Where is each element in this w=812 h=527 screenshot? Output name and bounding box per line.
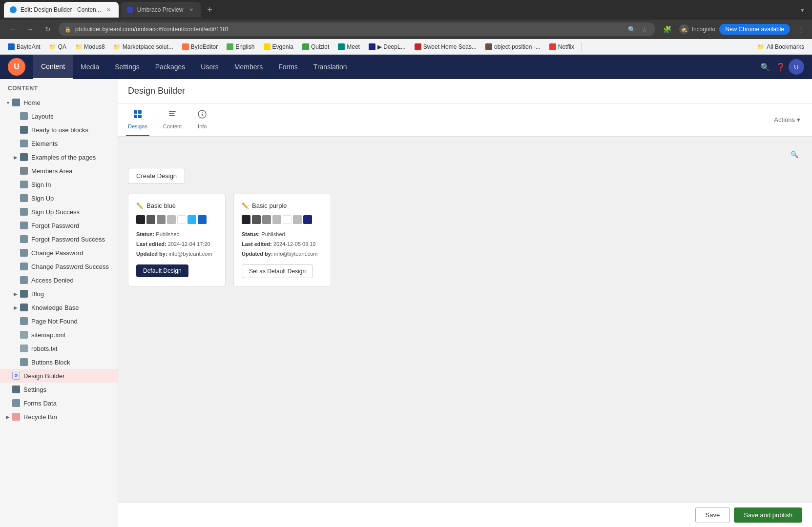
- sidebar-item-signup-success[interactable]: Sign Up Success: [0, 205, 118, 219]
- sidebar-item-examples[interactable]: ▶ Examples of the pages: [0, 150, 118, 164]
- nav-members[interactable]: Members: [227, 55, 271, 79]
- toggle-icon[interactable]: ▾: [4, 99, 12, 106]
- sidebar-item-elements[interactable]: Elements: [0, 137, 118, 150]
- bookmark-object-position[interactable]: object-position -...: [481, 41, 544, 52]
- tab-info[interactable]: Info: [195, 103, 209, 136]
- bookmark-english[interactable]: English: [223, 41, 258, 52]
- bookmark-modus8[interactable]: 📁 Modus8: [71, 41, 109, 52]
- refresh-btn[interactable]: ↻: [41, 22, 55, 36]
- nav-packages[interactable]: Packages: [147, 55, 193, 79]
- extensions-icon[interactable]: 🧩: [661, 24, 673, 34]
- new-tab-btn[interactable]: +: [203, 3, 216, 17]
- save-btn[interactable]: Save: [695, 507, 730, 523]
- change-pw-icon: [20, 248, 28, 257]
- bookmark-deepl[interactable]: ▶ DeepL...: [365, 41, 410, 52]
- toggle-icon[interactable]: ▶: [12, 290, 20, 298]
- set-default-design-btn[interactable]: Set as Default Design: [242, 264, 313, 278]
- sidebar-item-page-not-found[interactable]: Page Not Found: [0, 314, 118, 328]
- nav-users[interactable]: Users: [193, 55, 227, 79]
- sidebar-item-blocks[interactable]: Ready to use blocks: [0, 123, 118, 137]
- toggle-icon[interactable]: ▶: [12, 304, 20, 311]
- tab-content[interactable]: Content: [161, 103, 184, 136]
- actions-btn[interactable]: Actions ▾: [770, 114, 804, 125]
- sidebar-item-signin[interactable]: Sign In: [0, 178, 118, 191]
- sidebar-item-layouts[interactable]: Layouts: [0, 109, 118, 123]
- sidebar-item-forms-data[interactable]: Forms Data: [0, 396, 118, 410]
- sidebar-label: sitemap.xml: [31, 331, 114, 339]
- color-swatches: [136, 215, 217, 224]
- sidebar-label: Home: [23, 99, 114, 106]
- tab-close-preview-btn[interactable]: ✕: [187, 6, 195, 14]
- all-bookmarks-btn[interactable]: 📁 All Bookmarks: [753, 41, 808, 52]
- bookmark-marketplace[interactable]: 📁 Marketplace solut...: [110, 41, 177, 52]
- tab-design-builder[interactable]: Edit: Design Builder - Conten... ✕: [4, 2, 119, 18]
- bookmark-label: Evgenia: [272, 43, 293, 50]
- bookmark-sweethome[interactable]: Sweet Home Seas...: [411, 41, 480, 52]
- default-design-btn[interactable]: Default Design: [136, 264, 188, 277]
- member-area-icon: [20, 166, 28, 175]
- bookmark-evgenia[interactable]: Evgenia: [260, 41, 297, 52]
- sidebar-item-buttons-block[interactable]: Buttons Block: [0, 355, 118, 369]
- bookmark-byteeditor[interactable]: ByteEditor: [178, 41, 222, 52]
- nav-media[interactable]: Media: [73, 55, 107, 79]
- design-title: Basic blue: [146, 202, 176, 209]
- edit-icon: ✏️: [136, 203, 144, 209]
- tab-close-btn[interactable]: ✕: [105, 6, 113, 14]
- sidebar-item-members-area[interactable]: Members Area: [0, 164, 118, 178]
- tab-umbraco-preview[interactable]: Umbraco Preview ✕: [121, 2, 201, 18]
- back-btn[interactable]: ←: [6, 22, 20, 36]
- swatch-5: [177, 215, 186, 224]
- sidebar-item-change-password-success[interactable]: Change Password Success: [0, 260, 118, 273]
- sidebar-item-home[interactable]: ▾ Home: [0, 96, 118, 109]
- bookmark-qa[interactable]: 📁 QA: [45, 41, 70, 52]
- blog-icon: [20, 289, 28, 298]
- sidebar-item-robots[interactable]: robots.txt: [0, 342, 118, 355]
- folder-icon: 📁: [75, 43, 82, 50]
- bookmark-meet[interactable]: Meet: [334, 41, 364, 52]
- sidebar-item-access-denied[interactable]: Access Denied: [0, 273, 118, 287]
- sidebar-label: Members Area: [31, 167, 114, 175]
- swatch-2: [146, 215, 155, 224]
- toggle-spacer: [12, 126, 20, 134]
- forward-btn[interactable]: →: [23, 22, 37, 36]
- save-publish-btn[interactable]: Save and publish: [734, 507, 802, 523]
- svg-rect-6: [169, 115, 175, 116]
- user-avatar[interactable]: U: [789, 59, 804, 75]
- sidebar-item-settings[interactable]: Settings: [0, 383, 118, 396]
- star-icon[interactable]: ☆: [640, 25, 649, 34]
- sidebar-label: Recycle Bin: [23, 413, 114, 421]
- nav-forms[interactable]: Forms: [271, 55, 306, 79]
- sidebar-item-design-builder[interactable]: ⚙ Design Builder: [0, 369, 118, 383]
- bookmark-netflix[interactable]: Netflix: [545, 41, 578, 52]
- toggle-spacer: [12, 317, 20, 325]
- sidebar-item-signup[interactable]: Sign Up: [0, 191, 118, 205]
- bookmark-quizlet[interactable]: Quizlet: [298, 41, 333, 52]
- create-design-btn[interactable]: Create Design: [128, 168, 185, 184]
- toggle-icon[interactable]: ▶: [12, 153, 20, 161]
- nav-content[interactable]: Content: [33, 55, 73, 79]
- bookmark-bayteant[interactable]: BayteAnt: [4, 41, 44, 52]
- sidebar-item-forgot-password-success[interactable]: Forgot Password Success: [0, 232, 118, 246]
- design-builder-icon: ⚙: [12, 371, 21, 380]
- more-options-icon[interactable]: ⋮: [796, 25, 806, 34]
- toggle-icon[interactable]: ▶: [4, 413, 12, 421]
- umbraco-logo[interactable]: U: [8, 58, 25, 76]
- bookmark-favicon: [182, 43, 189, 50]
- sidebar-item-knowledge-base[interactable]: ▶ Knowledge Base: [0, 301, 118, 314]
- bookmark-favicon: [8, 43, 15, 50]
- tab-designs[interactable]: Designs: [126, 103, 149, 136]
- sidebar-item-blog[interactable]: ▶ Blog: [0, 287, 118, 301]
- sidebar-item-recycle-bin[interactable]: ▶ Recycle Bin: [0, 410, 118, 424]
- sidebar-item-sitemap[interactable]: sitemap.xml: [0, 328, 118, 342]
- sidebar-item-change-password[interactable]: Change Password: [0, 246, 118, 260]
- search-icon[interactable]: 🔍: [626, 25, 638, 34]
- sidebar-item-forgot-password[interactable]: Forgot Password: [0, 219, 118, 232]
- nav-settings[interactable]: Settings: [107, 55, 147, 79]
- content-search-btn[interactable]: 🔍: [787, 146, 802, 162]
- nav-translation[interactable]: Translation: [306, 55, 355, 79]
- new-chrome-btn[interactable]: New Chrome available: [719, 24, 790, 35]
- tab-dropdown-btn[interactable]: ▾: [797, 4, 808, 16]
- address-bar[interactable]: 🔒 pb.builder.byteant.com/umbraco#/conten…: [59, 22, 655, 36]
- help-icon[interactable]: ❓: [773, 59, 789, 75]
- search-icon[interactable]: 🔍: [757, 59, 773, 75]
